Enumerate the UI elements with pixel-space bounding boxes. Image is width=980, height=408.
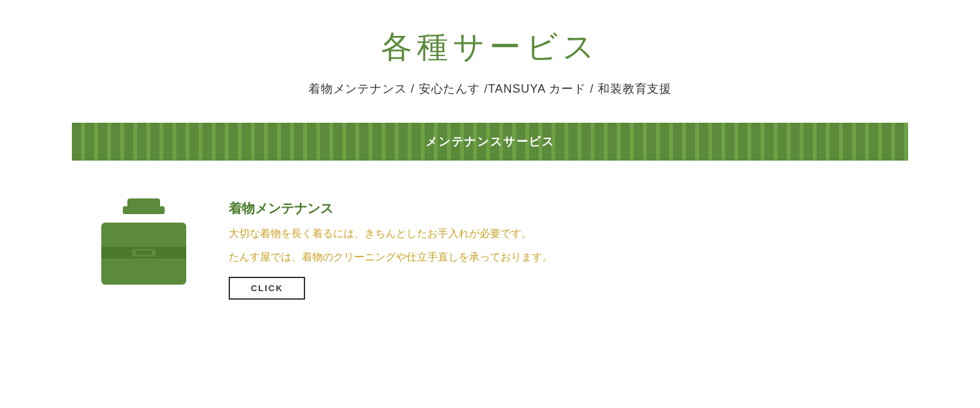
briefcase-icon [91,193,196,291]
service-content: 着物メンテナンス 大切な着物を長く着るには、きちんとしたお手入れが必要です。 た… [229,193,895,300]
svg-rect-5 [136,251,152,255]
service-desc-2: たんす屋では、着物のクリーニングや仕立手直しを承っております。 [229,249,895,266]
section-banner: メンテナンスサービス [72,123,908,161]
service-icon-container [85,193,203,291]
page-title: 各種サービス [72,26,908,68]
service-item-maintenance: 着物メンテナンス 大切な着物を長く着るには、きちんとしたお手入れが必要です。 た… [72,187,908,306]
service-desc-1: 大切な着物を長く着るには、きちんとしたお手入れが必要です。 [229,225,895,242]
page-subtitle: 着物メンテナンス / 安心たんす /TANSUYA カード / 和装教育支援 [72,81,908,97]
svg-rect-1 [123,206,165,214]
section-banner-label: メンテナンスサービス [425,134,555,149]
click-button[interactable]: CLICK [229,277,305,300]
page-wrapper: 各種サービス 着物メンテナンス / 安心たんす /TANSUYA カード / 和… [33,0,947,332]
service-title: 着物メンテナンス [229,200,895,217]
